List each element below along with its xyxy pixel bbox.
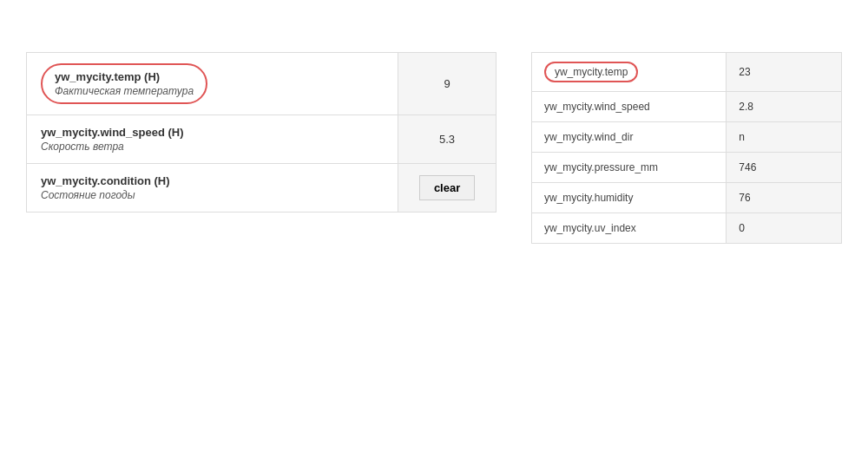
param-name-text: yw_mycity.temp bbox=[55, 70, 141, 83]
right-val-cell: 23 bbox=[727, 53, 842, 92]
right-key-cell: yw_mycity.humidity bbox=[531, 183, 726, 213]
oval-highlight-right: yw_mycity.temp bbox=[544, 62, 638, 82]
table-row: yw_mycity.humidity76 bbox=[531, 183, 841, 213]
param-desc: Состояние погоды bbox=[41, 189, 384, 201]
right-val-cell: 746 bbox=[727, 153, 842, 183]
clear-button[interactable]: clear bbox=[419, 175, 475, 200]
table-row: yw_mycity.pressure_mm746 bbox=[531, 153, 841, 183]
table-row: yw_mycity.condition (H) Состояние погоды… bbox=[27, 164, 496, 213]
param-cell: yw_mycity.wind_speed (H) Скорость ветра bbox=[27, 115, 398, 164]
param-name-row3: yw_mycity.condition (H) bbox=[41, 174, 384, 187]
h-badge: (H) bbox=[155, 174, 170, 187]
right-val-cell: n bbox=[727, 122, 842, 153]
right-key-cell: yw_mycity.uv_index bbox=[531, 213, 726, 244]
value-text: 5.3 bbox=[427, 128, 467, 151]
h-badge: (H) bbox=[144, 70, 160, 83]
h-badge: (H) bbox=[168, 126, 183, 139]
value-cell: 5.3 bbox=[398, 115, 496, 164]
table-row: yw_mycity.temp23 bbox=[531, 53, 841, 92]
value-cell: clear bbox=[398, 164, 496, 213]
right-key-cell: yw_mycity.wind_dir bbox=[531, 122, 726, 153]
param-name-text: yw_mycity.condition bbox=[41, 174, 151, 187]
page: yw_mycity.temp (H) Фактическая температу… bbox=[0, 0, 868, 471]
param-name-text: yw_mycity.wind_speed bbox=[41, 126, 165, 139]
table-row: yw_mycity.wind_speed (H) Скорость ветра … bbox=[27, 115, 496, 164]
table-row: yw_mycity.wind_speed2.8 bbox=[531, 92, 841, 122]
table-row: yw_mycity.wind_dirn bbox=[531, 122, 841, 153]
right-key-cell: yw_mycity.temp bbox=[531, 53, 726, 92]
table-row: yw_mycity.temp (H) Фактическая температу… bbox=[27, 53, 496, 115]
param-desc: Фактическая температура bbox=[55, 85, 194, 97]
right-param-table: yw_mycity.temp23yw_mycity.wind_speed2.8y… bbox=[531, 52, 842, 244]
value-cell: 9 bbox=[398, 53, 496, 115]
oval-highlight-left: yw_mycity.temp (H) Фактическая температу… bbox=[41, 63, 207, 104]
table-row: yw_mycity.uv_index0 bbox=[531, 213, 841, 244]
right-val-cell: 2.8 bbox=[727, 92, 842, 122]
value-text: 9 bbox=[431, 72, 462, 95]
param-cell: yw_mycity.temp (H) Фактическая температу… bbox=[27, 53, 398, 115]
param-desc: Скорость ветра bbox=[41, 141, 384, 153]
param-name-row2: yw_mycity.wind_speed (H) bbox=[41, 126, 384, 139]
right-key-cell: yw_mycity.wind_speed bbox=[531, 92, 726, 122]
right-key-cell: yw_mycity.pressure_mm bbox=[531, 153, 726, 183]
param-cell: yw_mycity.condition (H) Состояние погоды bbox=[27, 164, 398, 213]
left-param-table: yw_mycity.temp (H) Фактическая температу… bbox=[26, 52, 496, 213]
param-name-row1: yw_mycity.temp (H) bbox=[55, 70, 194, 83]
right-val-cell: 76 bbox=[727, 183, 842, 213]
right-val-cell: 0 bbox=[727, 213, 842, 244]
